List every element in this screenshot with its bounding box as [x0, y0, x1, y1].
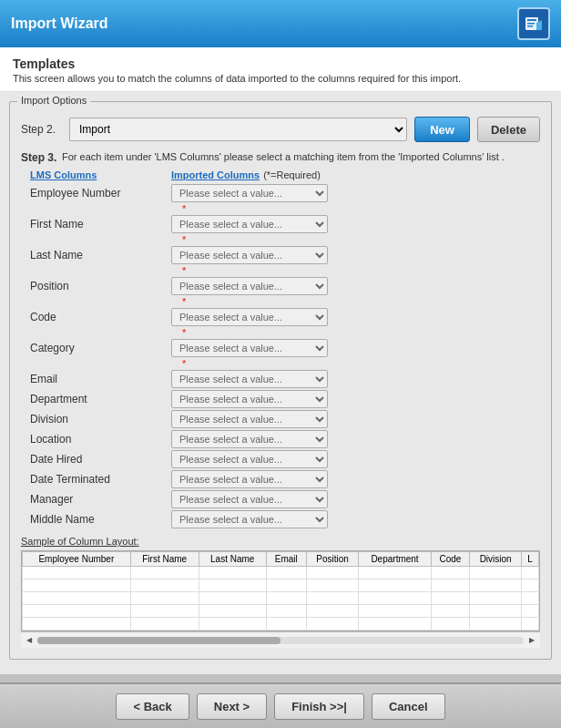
- required-note: (*=Required): [263, 169, 321, 180]
- group-legend: Import Options: [17, 95, 90, 106]
- bottom-bar: < Back Next > Finish >>| Cancel: [0, 682, 561, 728]
- main-content: Import Options Step 2. Import New Delete…: [0, 92, 561, 674]
- title-bar: Import Wizard: [0, 0, 561, 47]
- table-row: [23, 605, 539, 618]
- field-select-manager[interactable]: Please select a value...: [171, 490, 328, 508]
- field-label-employee-number: Employee Number: [21, 187, 171, 200]
- step2-row: Step 2. Import New Delete: [21, 117, 540, 142]
- wizard-icon: [517, 7, 550, 40]
- back-button[interactable]: < Back: [116, 693, 189, 720]
- field-row-location: Location Please select a value...: [21, 430, 540, 448]
- col-l: L: [522, 552, 539, 567]
- field-label-last-name: Last Name: [21, 249, 171, 261]
- field-row-first-name: First Name Please select a value...: [21, 215, 540, 233]
- field-label-email: Email: [21, 373, 171, 385]
- required-star-employee-number: *: [23, 204, 540, 214]
- field-row-last-name: Last Name Please select a value...: [21, 246, 540, 264]
- step2-label: Step 2.: [21, 123, 62, 136]
- header-title: Templates: [13, 56, 548, 71]
- field-row-code: Code Please select a value...: [21, 308, 540, 326]
- table-row: [23, 592, 539, 605]
- field-select-division[interactable]: Please select a value...: [171, 410, 328, 428]
- field-label-code: Code: [21, 311, 171, 323]
- col-last-name: Last Name: [199, 552, 266, 567]
- field-select-category[interactable]: Please select a value...: [171, 339, 328, 357]
- next-button[interactable]: Next >: [197, 693, 267, 720]
- field-row-email: Email Please select a value...: [21, 370, 540, 388]
- field-label-department: Department: [21, 393, 171, 405]
- sample-label-text: Sample of Column Layout:: [21, 536, 139, 547]
- fields-container: Employee Number Please select a value...…: [21, 184, 540, 528]
- header-description: This screen allows you to match the colu…: [13, 73, 548, 84]
- field-select-middle-name[interactable]: Please select a value...: [171, 510, 328, 528]
- sample-label: Sample of Column Layout:: [21, 536, 540, 547]
- required-star-code: *: [23, 328, 540, 338]
- window-title: Import Wizard: [11, 15, 517, 32]
- step3-label: Step 3.: [21, 151, 62, 164]
- table-row: [23, 567, 539, 579]
- finish-button[interactable]: Finish >>|: [274, 693, 364, 720]
- required-star-category: *: [23, 359, 540, 369]
- template-select[interactable]: Import: [69, 118, 407, 141]
- table-row: [23, 618, 539, 631]
- field-row-middle-name: Middle Name Please select a value...: [21, 510, 540, 528]
- sample-table-wrapper: Employee Number First Name Last Name Ema…: [21, 550, 540, 648]
- field-label-position: Position: [21, 280, 171, 292]
- scroll-left-arrow[interactable]: ◀: [23, 634, 36, 646]
- field-label-category: Category: [21, 342, 171, 354]
- field-select-first-name[interactable]: Please select a value...: [171, 215, 328, 233]
- new-button[interactable]: New: [414, 117, 470, 142]
- field-row-category: Category Please select a value...: [21, 339, 540, 357]
- col-employee-number: Employee Number: [23, 552, 131, 567]
- svg-rect-3: [527, 26, 533, 27]
- lms-columns-header: LMS Columns: [21, 169, 171, 180]
- field-row-date-hired: Date Hired Please select a value...: [21, 450, 540, 468]
- svg-rect-2: [527, 23, 535, 25]
- field-label-middle-name: Middle Name: [21, 513, 171, 526]
- col-division: Division: [470, 552, 522, 567]
- step3-description: For each item under 'LMS Columns' please…: [62, 151, 505, 162]
- field-row-employee-number: Employee Number Please select a value...: [21, 184, 540, 202]
- imported-columns-header: Imported Columns: [171, 169, 260, 180]
- import-options-group: Import Options Step 2. Import New Delete…: [9, 101, 552, 660]
- scroll-thumb-h: [37, 637, 280, 644]
- field-select-department[interactable]: Please select a value...: [171, 390, 328, 408]
- field-select-last-name[interactable]: Please select a value...: [171, 246, 328, 264]
- required-star-last-name: *: [23, 266, 540, 276]
- field-select-date-hired[interactable]: Please select a value...: [171, 450, 328, 468]
- field-row-manager: Manager Please select a value...: [21, 490, 540, 508]
- field-select-date-terminated[interactable]: Please select a value...: [171, 470, 328, 488]
- field-label-manager: Manager: [21, 493, 171, 506]
- field-label-first-name: First Name: [21, 218, 171, 231]
- scroll-right-arrow[interactable]: ▶: [525, 634, 538, 646]
- col-first-name: First Name: [130, 552, 199, 567]
- step3-row: Step 3. For each item under 'LMS Columns…: [21, 151, 540, 164]
- column-headers: LMS Columns Imported Columns (*=Required…: [21, 169, 540, 180]
- scroll-track-h: [37, 637, 524, 644]
- col-department: Department: [359, 552, 431, 567]
- cancel-button[interactable]: Cancel: [372, 693, 445, 720]
- field-select-employee-number[interactable]: Please select a value...: [171, 184, 328, 202]
- header-area: Templates This screen allows you to matc…: [0, 47, 561, 92]
- field-row-position: Position Please select a value...: [21, 277, 540, 295]
- field-label-division: Division: [21, 413, 171, 426]
- table-row: [23, 579, 539, 592]
- field-row-department: Department Please select a value...: [21, 390, 540, 408]
- sample-table-container: Employee Number First Name Last Name Ema…: [21, 550, 540, 631]
- col-email: Email: [266, 552, 306, 567]
- field-label-location: Location: [21, 433, 171, 446]
- field-select-location[interactable]: Please select a value...: [171, 430, 328, 448]
- required-star-first-name: *: [23, 235, 540, 245]
- col-position: Position: [306, 552, 359, 567]
- sample-table: Employee Number First Name Last Name Ema…: [22, 551, 539, 631]
- field-select-code[interactable]: Please select a value...: [171, 308, 328, 326]
- horizontal-scrollbar[interactable]: ◀ ▶: [21, 631, 540, 648]
- delete-button[interactable]: Delete: [477, 117, 540, 142]
- required-star-position: *: [23, 297, 540, 307]
- svg-rect-1: [527, 19, 536, 21]
- col-code: Code: [431, 552, 470, 567]
- field-row-date-terminated: Date Terminated Please select a value...: [21, 470, 540, 488]
- field-select-position[interactable]: Please select a value...: [171, 277, 328, 295]
- field-label-date-hired: Date Hired: [21, 453, 171, 466]
- field-select-email[interactable]: Please select a value...: [171, 370, 328, 388]
